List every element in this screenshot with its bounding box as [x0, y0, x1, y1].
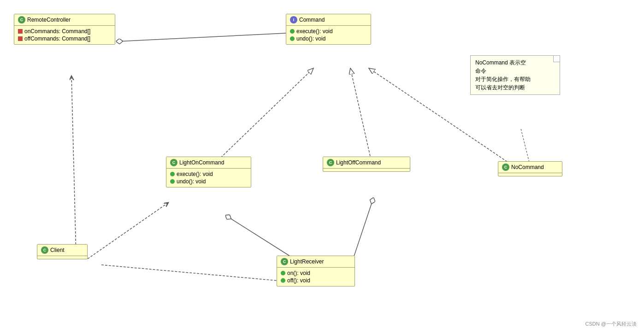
icon-off	[281, 278, 285, 283]
note-line-2: 命令	[475, 67, 555, 75]
watermark: CSDN @一个风轻云淡	[585, 321, 637, 327]
note-line-4: 可以省去对空的判断	[475, 83, 555, 92]
class-command: I Command execute(): void undo(): void	[286, 14, 371, 45]
class-body-lightreceiver: on(): void off(): void	[277, 268, 354, 286]
member-on: on(): void	[281, 269, 351, 277]
class-client: C Client	[37, 244, 88, 259]
class-body-nocommand	[498, 173, 562, 176]
icon-i-command: I	[290, 16, 297, 23]
icon-field-oncommands	[18, 29, 23, 34]
icon-lighton-execute	[170, 172, 175, 176]
svg-line-4	[71, 76, 76, 256]
class-name-lightreceiver: LightReceiver	[290, 258, 324, 265]
svg-line-6	[101, 265, 281, 281]
svg-line-9	[521, 129, 530, 166]
icon-c-client: C	[41, 246, 48, 254]
class-name-command: Command	[299, 17, 325, 23]
class-lightoff: C LightOffCommand	[323, 157, 410, 172]
icon-c-remote: C	[18, 16, 25, 23]
class-body-client	[37, 256, 87, 259]
icon-on	[281, 271, 285, 275]
member-lighton-undo: undo(): void	[170, 178, 247, 185]
svg-line-2	[350, 68, 373, 170]
svg-line-0	[117, 33, 286, 41]
icon-c-lightreceiver: C	[281, 258, 288, 265]
icon-c-nocommand: C	[502, 164, 509, 171]
class-name-remote: RemoteController	[27, 17, 71, 23]
icon-c-lighton: C	[170, 159, 177, 166]
icon-undo	[290, 36, 295, 41]
class-name-lightoff: LightOffCommand	[336, 159, 381, 166]
class-name-lighton: LightOnCommand	[179, 159, 224, 166]
member-lighton-execute: execute(): void	[170, 170, 247, 178]
note-line-1: NoCommand 表示空	[475, 58, 555, 67]
diagram-container: C RemoteController onCommands: Command[]…	[0, 0, 644, 333]
class-body-remote: onCommands: Command[] offCommands: Comma…	[14, 26, 115, 44]
svg-line-5	[88, 203, 168, 259]
class-name-nocommand: NoCommand	[511, 164, 544, 170]
note-box: NoCommand 表示空 命令 对于简化操作，有帮助 可以省去对空的判断	[470, 55, 560, 95]
icon-field-offcommands	[18, 36, 23, 41]
class-lighton: C LightOnCommand execute(): void undo():…	[166, 157, 251, 187]
member-off: off(): void	[281, 277, 351, 284]
icon-execute	[290, 29, 295, 34]
member-offcommands: offCommands: Command[]	[18, 35, 111, 42]
class-name-client: Client	[50, 247, 65, 253]
note-line-3: 对于简化操作，有帮助	[475, 75, 555, 83]
svg-line-1	[207, 68, 313, 170]
member-undo: undo(): void	[290, 35, 367, 42]
class-nocommand: C NoCommand	[498, 161, 562, 176]
class-body-lighton: execute(): void undo(): void	[166, 169, 251, 187]
icon-lighton-undo	[170, 179, 175, 184]
class-body-lightoff	[323, 169, 410, 171]
member-execute: execute(): void	[290, 28, 367, 35]
class-lightreceiver: C LightReceiver on(): void off(): void	[277, 256, 355, 286]
class-body-command: execute(): void undo(): void	[286, 26, 371, 44]
member-oncommands: onCommands: Command[]	[18, 28, 111, 35]
icon-c-lightoff: C	[327, 159, 334, 166]
note-corner	[553, 56, 560, 62]
class-remote-controller: C RemoteController onCommands: Command[]…	[14, 14, 115, 45]
